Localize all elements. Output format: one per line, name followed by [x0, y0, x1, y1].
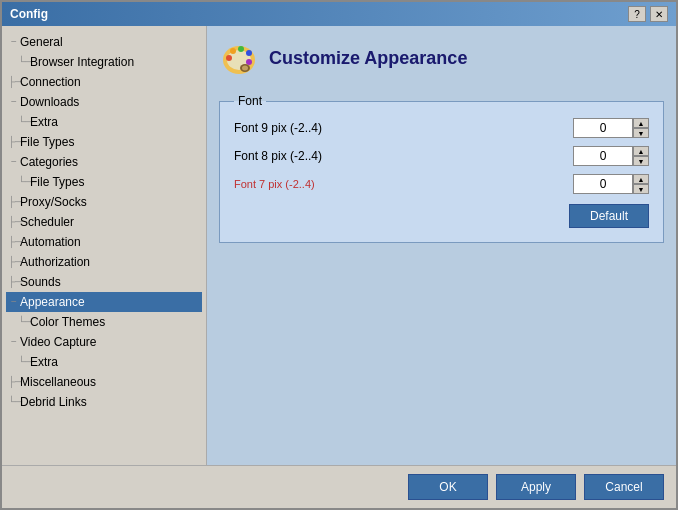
palette-icon — [219, 38, 259, 78]
font-8-spinner: ▲ ▼ — [573, 146, 649, 166]
right-panel: Customize Appearance Font Font 9 pix (-2… — [207, 26, 676, 465]
sidebar-item-general[interactable]: − General — [6, 32, 202, 52]
sidebar-item-appearance[interactable]: − Appearance — [6, 292, 202, 312]
connector-icon: ├─ — [8, 373, 20, 391]
connector-icon: └─ — [18, 53, 30, 71]
connector-icon: ├─ — [8, 193, 20, 211]
font-row-8: Font 8 pix (-2..4) ▲ ▼ — [234, 146, 649, 166]
bottom-bar: OK Apply Cancel — [2, 465, 676, 508]
main-content: − General └─ Browser Integration ├─ Conn… — [2, 26, 676, 465]
title-bar-controls: ? ✕ — [628, 6, 668, 22]
sidebar-item-video-extra[interactable]: └─ Extra — [6, 352, 202, 372]
connector-icon: ├─ — [8, 73, 20, 91]
sidebar-item-label: Downloads — [20, 93, 200, 111]
svg-point-5 — [246, 50, 252, 56]
svg-point-3 — [230, 48, 236, 54]
font-7-label: Font 7 pix (-2..4) — [234, 178, 573, 190]
expander-icon: − — [8, 153, 20, 171]
sidebar-item-categories-file-types[interactable]: └─ File Types — [6, 172, 202, 192]
expander-icon: − — [8, 93, 20, 111]
sidebar-item-debrid-links[interactable]: └─ Debrid Links — [6, 392, 202, 412]
connector-icon: ├─ — [8, 273, 20, 291]
sidebar-item-label: Video Capture — [20, 333, 200, 351]
help-button[interactable]: ? — [628, 6, 646, 22]
font-8-increment[interactable]: ▲ — [633, 146, 649, 156]
font-8-label: Font 8 pix (-2..4) — [234, 149, 573, 163]
sidebar-item-label: Debrid Links — [20, 393, 200, 411]
sidebar-item-label: Automation — [20, 233, 200, 251]
sidebar-item-label: General — [20, 33, 200, 51]
window-title: Config — [10, 7, 48, 21]
font-7-input[interactable] — [573, 174, 633, 194]
sidebar-item-automation[interactable]: ├─ Automation — [6, 232, 202, 252]
sidebar-item-label: Sounds — [20, 273, 200, 291]
sidebar-item-label: Color Themes — [30, 313, 200, 331]
svg-point-2 — [226, 55, 232, 61]
font-9-input[interactable] — [573, 118, 633, 138]
font-group-legend: Font — [234, 94, 266, 108]
connector-icon: ├─ — [8, 253, 20, 271]
sidebar-item-video-capture[interactable]: − Video Capture — [6, 332, 202, 352]
cancel-button[interactable]: Cancel — [584, 474, 664, 500]
sidebar-item-authorization[interactable]: ├─ Authorization — [6, 252, 202, 272]
font-8-decrement[interactable]: ▼ — [633, 156, 649, 166]
font-9-increment[interactable]: ▲ — [633, 118, 649, 128]
sidebar-item-label: File Types — [30, 173, 200, 191]
connector-icon: ├─ — [8, 213, 20, 231]
connector-icon: └─ — [18, 353, 30, 371]
sidebar-item-label: Extra — [30, 353, 200, 371]
font-9-label: Font 9 pix (-2..4) — [234, 121, 573, 135]
connector-icon: ├─ — [8, 133, 20, 151]
svg-point-4 — [238, 46, 244, 52]
sidebar-item-label: File Types — [20, 133, 200, 151]
sidebar-item-file-types[interactable]: ├─ File Types — [6, 132, 202, 152]
sidebar-item-label: Appearance — [20, 293, 200, 311]
sidebar-item-color-themes[interactable]: └─ Color Themes — [6, 312, 202, 332]
sidebar-item-downloads[interactable]: − Downloads — [6, 92, 202, 112]
config-window: Config ? ✕ − General └─ Browser Integrat… — [0, 0, 678, 510]
title-bar-left: Config — [10, 7, 48, 21]
sidebar-item-connection[interactable]: ├─ Connection — [6, 72, 202, 92]
sidebar-item-label: Authorization — [20, 253, 200, 271]
title-bar: Config ? ✕ — [2, 2, 676, 26]
close-button[interactable]: ✕ — [650, 6, 668, 22]
connector-icon: └─ — [18, 173, 30, 191]
sidebar-item-label: Extra — [30, 113, 200, 131]
sidebar-item-scheduler[interactable]: ├─ Scheduler — [6, 212, 202, 232]
ok-button[interactable]: OK — [408, 474, 488, 500]
sidebar-item-miscellaneous[interactable]: ├─ Miscellaneous — [6, 372, 202, 392]
font-9-spinner: ▲ ▼ — [573, 118, 649, 138]
font-7-decrement[interactable]: ▼ — [633, 184, 649, 194]
sidebar-item-downloads-extra[interactable]: └─ Extra — [6, 112, 202, 132]
sidebar-item-label: Scheduler — [20, 213, 200, 231]
sidebar-item-label: Categories — [20, 153, 200, 171]
font-row-7: Font 7 pix (-2..4) ▲ ▼ — [234, 174, 649, 194]
sidebar-item-label: Miscellaneous — [20, 373, 200, 391]
font-group: Font Font 9 pix (-2..4) ▲ ▼ Font 8 pix (… — [219, 94, 664, 243]
svg-point-6 — [246, 59, 252, 65]
sidebar-item-categories[interactable]: − Categories — [6, 152, 202, 172]
default-button[interactable]: Default — [569, 204, 649, 228]
sidebar-item-label: Proxy/Socks — [20, 193, 200, 211]
svg-point-8 — [242, 66, 248, 71]
sidebar-item-proxy-socks[interactable]: ├─ Proxy/Socks — [6, 192, 202, 212]
expander-icon: − — [8, 33, 20, 51]
font-7-spinner: ▲ ▼ — [573, 174, 649, 194]
font-7-buttons: ▲ ▼ — [633, 174, 649, 194]
connector-icon: └─ — [8, 393, 20, 411]
font-9-decrement[interactable]: ▼ — [633, 128, 649, 138]
expander-icon: − — [8, 293, 20, 311]
sidebar: − General └─ Browser Integration ├─ Conn… — [2, 26, 207, 465]
font-row-9: Font 9 pix (-2..4) ▲ ▼ — [234, 118, 649, 138]
sidebar-item-label: Browser Integration — [30, 53, 200, 71]
font-9-buttons: ▲ ▼ — [633, 118, 649, 138]
font-7-increment[interactable]: ▲ — [633, 174, 649, 184]
connector-icon: └─ — [18, 113, 30, 131]
connector-icon: ├─ — [8, 233, 20, 251]
sidebar-item-browser-integration[interactable]: └─ Browser Integration — [6, 52, 202, 72]
sidebar-item-label: Connection — [20, 73, 200, 91]
sidebar-item-sounds[interactable]: ├─ Sounds — [6, 272, 202, 292]
font-8-input[interactable] — [573, 146, 633, 166]
panel-header: Customize Appearance — [219, 38, 664, 78]
apply-button[interactable]: Apply — [496, 474, 576, 500]
